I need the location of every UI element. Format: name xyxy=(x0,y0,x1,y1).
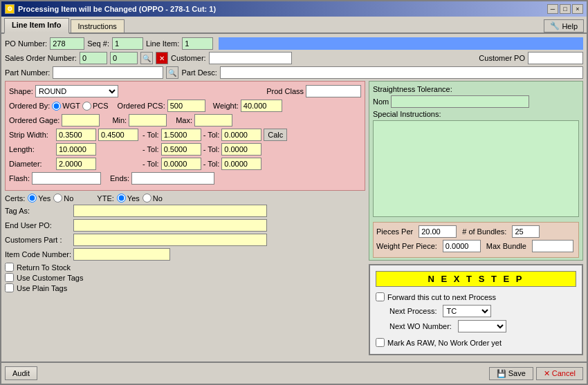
len-tol2-field[interactable] xyxy=(221,143,261,156)
green-section: Straightness Tolerance: Nom Special Inst… xyxy=(369,81,583,261)
part-number-row: Part Number: 🔍 Part Desc: xyxy=(5,66,583,79)
close-button[interactable]: × xyxy=(572,4,583,14)
po-row: PO Number: Seq #: Line Item: xyxy=(5,37,583,50)
part-desc-label: Part Desc: xyxy=(181,68,217,77)
sw-tol1-field[interactable] xyxy=(161,129,201,141)
maximize-button[interactable]: □ xyxy=(560,4,571,14)
return-stock-checkbox[interactable] xyxy=(5,263,14,272)
part-search-button[interactable]: 🔍 xyxy=(166,66,178,79)
tab-instructions[interactable]: Instructions xyxy=(71,19,125,32)
shape-select[interactable]: ROUND xyxy=(35,85,118,97)
yte-yes-label[interactable]: Yes xyxy=(117,194,140,203)
ordered-gage-field[interactable] xyxy=(62,114,100,126)
max-field[interactable] xyxy=(194,114,232,126)
len-tol1-field[interactable] xyxy=(161,143,201,156)
next-step-title: N E X T S T E P xyxy=(376,271,576,287)
certs-no-label[interactable]: No xyxy=(53,194,73,203)
max-bundle-label: Max Bundle xyxy=(486,242,526,250)
diameter-field[interactable] xyxy=(56,158,96,170)
length-field[interactable] xyxy=(56,143,96,156)
window-controls: ─ □ × xyxy=(547,4,583,14)
bundles-field[interactable] xyxy=(512,225,540,238)
po-number-field[interactable] xyxy=(50,37,84,50)
main-window: ⚙ Processing Item will be Changed (OPPO … xyxy=(0,0,588,385)
left-panel: Shape: ROUND Prod Class Ordered By: xyxy=(5,81,365,355)
save-icon: 💾 xyxy=(497,369,506,378)
line-item-label: Line Item: xyxy=(146,39,179,48)
customer-po-label: Customer PO xyxy=(479,54,525,62)
use-customer-tags-checkbox[interactable] xyxy=(5,273,14,282)
special-instructions-row: Special Instructions: xyxy=(373,110,579,118)
flash-field[interactable] xyxy=(32,172,101,185)
dia-tol1-field[interactable] xyxy=(161,158,201,170)
shape-label: Shape: xyxy=(9,87,33,95)
certs-yes-radio[interactable] xyxy=(28,194,37,203)
certs-no-radio[interactable] xyxy=(53,194,62,203)
sales-order-field1[interactable] xyxy=(80,52,107,64)
save-button[interactable]: 💾 Save xyxy=(489,367,533,380)
sw-tol2-field[interactable] xyxy=(221,129,261,141)
clear-button[interactable]: ✕ xyxy=(156,52,168,64)
min-field[interactable] xyxy=(129,114,167,126)
prod-class-field[interactable] xyxy=(306,85,361,97)
nom-field[interactable] xyxy=(391,95,529,108)
straightness-label: Straightness Tolerance: xyxy=(373,85,452,93)
yte-no-label[interactable]: No xyxy=(143,194,163,203)
item-code-field[interactable] xyxy=(73,248,170,261)
forward-cut-row: Forward this cut to next Process xyxy=(376,292,576,301)
end-user-po-field[interactable] xyxy=(73,219,267,232)
weight-label: Weight: xyxy=(213,102,239,110)
bundles-label: # of Bundles: xyxy=(462,227,506,236)
minimize-button[interactable]: ─ xyxy=(547,4,558,14)
weight-field[interactable] xyxy=(241,100,282,112)
tag-as-field[interactable] xyxy=(73,205,267,217)
dia-tol2-field[interactable] xyxy=(221,158,261,170)
pieces-bundles-section: Pieces Per # of Bundles: Weight Per Piec… xyxy=(373,222,579,258)
forward-cut-checkbox[interactable] xyxy=(376,292,385,301)
pieces-per-field[interactable] xyxy=(419,225,457,238)
customer-field[interactable] xyxy=(209,52,292,64)
wgt-radio[interactable] xyxy=(52,102,61,111)
cancel-button[interactable]: ✕ Cancel xyxy=(536,367,583,380)
line-item-field[interactable] xyxy=(182,37,213,50)
customer-po-field[interactable] xyxy=(528,52,583,64)
next-step-section: N E X T S T E P Forward this cut to next… xyxy=(369,264,583,355)
calc-button[interactable]: Calc xyxy=(264,129,287,141)
ends-field[interactable] xyxy=(131,172,214,185)
customers-part-field[interactable] xyxy=(73,234,267,246)
tab-line-item-info[interactable]: Line Item Info xyxy=(4,18,69,34)
ordered-by-label: Ordered By: xyxy=(9,102,50,110)
ordered-pcs-field[interactable] xyxy=(167,100,205,112)
ends-label: Ends: xyxy=(110,174,129,182)
max-bundle-field[interactable] xyxy=(532,240,573,252)
next-wo-row: Next WO Number: xyxy=(376,320,576,332)
next-wo-select[interactable] xyxy=(458,320,506,332)
special-instructions-textarea[interactable] xyxy=(373,120,579,217)
status-bar: Audit 💾 Save ✕ Cancel xyxy=(1,361,587,384)
wgt-radio-label[interactable]: WGT xyxy=(52,102,80,111)
ordered-by-row: Ordered By: WGT PCS Ordered PCS: Weight: xyxy=(9,100,361,112)
nom-label: Nom xyxy=(373,97,389,106)
next-process-select[interactable]: TC xyxy=(443,305,491,317)
strip-width-field2[interactable] xyxy=(98,129,138,141)
pcs-radio-label[interactable]: PCS xyxy=(82,102,109,111)
mark-raw-checkbox[interactable] xyxy=(376,338,385,347)
certs-yes-label[interactable]: Yes xyxy=(28,194,50,203)
weight-per-piece-field[interactable] xyxy=(443,240,481,252)
yte-no-radio[interactable] xyxy=(143,194,151,203)
search-button[interactable]: 🔍 xyxy=(140,52,153,64)
right-panel: Straightness Tolerance: Nom Special Inst… xyxy=(369,81,583,355)
part-desc-field[interactable] xyxy=(220,66,583,79)
certs-row: Certs: Yes No YTE: Yes xyxy=(5,194,365,203)
strip-width-field1[interactable] xyxy=(56,129,96,141)
yte-yes-radio[interactable] xyxy=(117,194,126,203)
pcs-radio[interactable] xyxy=(82,102,91,111)
part-number-field[interactable] xyxy=(53,66,163,79)
customers-part-label: Customers Part : xyxy=(5,236,71,244)
help-button[interactable]: 🔧 Help xyxy=(544,19,584,32)
use-plain-tags-checkbox[interactable] xyxy=(5,283,14,292)
use-plain-tags-row: Use Plain Tags xyxy=(5,283,365,292)
audit-tab[interactable]: Audit xyxy=(5,366,37,380)
sales-order-field2[interactable] xyxy=(110,52,138,64)
seq-field[interactable] xyxy=(112,37,143,50)
